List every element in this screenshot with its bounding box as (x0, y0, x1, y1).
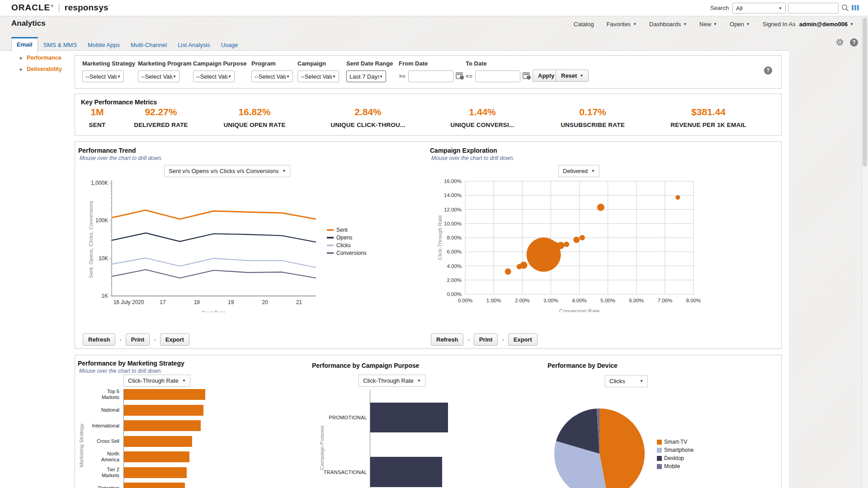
reset-button[interactable]: Reset▼ (556, 70, 589, 82)
campaign-purpose-select[interactable]: --Select Valu▼ (193, 70, 235, 82)
user-menu[interactable]: admin@demo006▼ (799, 21, 854, 28)
svg-text:8.00%: 8.00% (686, 298, 701, 303)
sent-date-range-select[interactable]: Last 7 Days▼ (346, 70, 386, 82)
filter-label-program: Program (251, 60, 275, 67)
menu-dashboards[interactable]: Dashboards▼ (649, 21, 687, 28)
trend-metric-dropdown[interactable]: Sent v/s Opens v/s Clicks v/s Conversion… (164, 165, 290, 177)
help-icon[interactable]: ? (764, 66, 772, 75)
bar[interactable] (124, 436, 192, 447)
signed-in-label: Signed In As (763, 21, 796, 28)
filter-label-from-date: From Date (399, 60, 428, 67)
chevron-down-icon: ▼ (746, 22, 750, 26)
campaign-purpose-chart[interactable]: PROMOTIONALTRANSACTIONAL (328, 389, 545, 488)
device-chart-title: Performance by Device (547, 362, 618, 369)
tab-sms-mms[interactable]: SMS & MMS (38, 38, 82, 52)
chevron-down-icon: ▼ (683, 22, 687, 26)
strategy-chart-title: Performance by Marketing Strategy (78, 360, 184, 367)
bar[interactable] (370, 457, 442, 487)
campaign-exploration-chart[interactable]: 0.00%1.00%2.00%3.00%4.00%5.00%6.00%7.00%… (435, 177, 725, 312)
bar[interactable] (124, 405, 203, 416)
bar[interactable] (124, 467, 187, 478)
chevron-down-icon: ▼ (228, 75, 231, 79)
trend-toolbar: Refresh - Print - Export (83, 333, 189, 346)
svg-text:4.00%: 4.00% (447, 263, 462, 269)
channel-tabs: Email SMS & MMS Mobile Apps Multi-Channe… (11, 37, 243, 52)
performance-trend-chart[interactable]: 1K10K100K1,000K16 July 20201718192021Sen… (86, 177, 376, 312)
refresh-button[interactable]: Refresh (83, 333, 115, 346)
exploration-metric-dropdown[interactable]: Delivered▼ (558, 165, 599, 177)
bar-category-label: Tier 2 Markets (89, 466, 119, 479)
svg-text:Sent: Sent (336, 227, 348, 233)
strategy-metric-dropdown[interactable]: Click-Through Rate▼ (123, 375, 190, 387)
scrollbar-thumb[interactable] (863, 18, 867, 167)
from-date-input[interactable] (408, 70, 453, 82)
device-metric-dropdown[interactable]: Clicks▼ (605, 375, 648, 387)
export-button[interactable]: Export (508, 333, 538, 346)
search-icon[interactable] (841, 4, 849, 14)
gear-icon[interactable] (835, 38, 844, 48)
campaign-select[interactable]: --Select Valu▼ (297, 70, 339, 82)
menu-favorites[interactable]: Favorites▼ (607, 21, 637, 28)
bar[interactable] (124, 389, 205, 400)
bar-category-label: PROMOTIONAL (328, 403, 367, 432)
sidebar-item-label: Performance (27, 55, 61, 61)
print-button[interactable]: Print (474, 333, 498, 346)
button-separator: - (119, 336, 121, 343)
svg-text:14.00%: 14.00% (444, 192, 462, 198)
menu-open[interactable]: Open▼ (730, 21, 750, 28)
menu-catalog[interactable]: Catalog (574, 21, 594, 28)
svg-text:Clicks: Clicks (336, 242, 351, 249)
legend-swatch (657, 456, 662, 461)
chevron-down-icon: ▼ (379, 75, 383, 79)
filter-label-marketing-strategy: Marketing Strategy (82, 60, 135, 67)
to-date-input[interactable] (475, 70, 520, 82)
bar-category-label: International (89, 419, 119, 432)
legend-item: Desktop (657, 455, 693, 461)
legend-label: Smartphone (664, 447, 693, 453)
tab-multi-channel[interactable]: Multi-Channel (125, 38, 172, 52)
menu-new[interactable]: New▼ (699, 21, 717, 28)
tab-list-analysis[interactable]: List Analysis (172, 38, 216, 52)
signed-in-area: Signed In As admin@demo006▼ (763, 21, 854, 28)
device-pie-chart[interactable] (550, 404, 649, 488)
tab-usage[interactable]: Usage (216, 38, 244, 52)
refresh-button[interactable]: Refresh (431, 333, 463, 346)
help-icon[interactable]: ? (850, 38, 858, 47)
bar[interactable] (124, 483, 185, 488)
calendar-icon[interactable] (456, 72, 463, 79)
marketing-program-select[interactable]: --Select Valu▼ (138, 70, 179, 82)
sidebar-item-performance[interactable]: ▶ Performance (20, 55, 61, 61)
bi-composer-icon[interactable] (852, 5, 859, 10)
exploration-chart-subtitle: Mouse over the chart to drill down. (431, 155, 514, 161)
bar[interactable] (124, 420, 201, 431)
export-button[interactable]: Export (160, 333, 189, 346)
tab-email[interactable]: Email (11, 37, 38, 52)
legend-label: Desktop (664, 455, 684, 461)
svg-text:Conversion Rate: Conversion Rate (559, 308, 600, 312)
chevron-down-icon: ▼ (332, 75, 336, 79)
program-select[interactable]: --Select Valu▼ (251, 70, 293, 82)
search-input[interactable] (788, 3, 839, 14)
caret-right-icon: ▶ (20, 56, 23, 60)
sidebar-item-label: Deliverability (27, 66, 62, 72)
calendar-icon[interactable] (523, 72, 530, 79)
legend-swatch (657, 448, 662, 453)
svg-text:10.00%: 10.00% (444, 221, 462, 226)
marketing-strategy-select[interactable]: --Select Valu▼ (82, 70, 124, 82)
scrollbar-track[interactable] (862, 16, 868, 488)
user-name: admin@demo006 (799, 21, 848, 28)
tab-mobile-apps[interactable]: Mobile Apps (82, 38, 125, 52)
chevron-down-icon: ▼ (640, 379, 643, 383)
svg-text:5.00%: 5.00% (600, 298, 615, 303)
purpose-metric-dropdown[interactable]: Click-Through Rate▼ (359, 375, 425, 387)
sidebar-item-deliverability[interactable]: ▶ Deliverability (20, 66, 62, 72)
print-button[interactable]: Print (126, 333, 150, 346)
kpi-panel-title: Key Performance Metrics (81, 99, 157, 106)
bar[interactable] (370, 403, 448, 432)
header-menu: Catalog Favorites▼ Dashboards▼ New▼ Open… (574, 21, 854, 28)
search-scope-select[interactable]: All ▼ (732, 3, 786, 14)
bar[interactable] (124, 451, 189, 462)
chevron-down-icon: ▼ (117, 75, 121, 79)
marketing-strategy-chart[interactable]: Top 5 MarketsNationalInternationalCross … (80, 387, 220, 488)
kpi-revenue-per-1k: $381.44REVENUE PER 1K EMAIL (647, 107, 769, 128)
